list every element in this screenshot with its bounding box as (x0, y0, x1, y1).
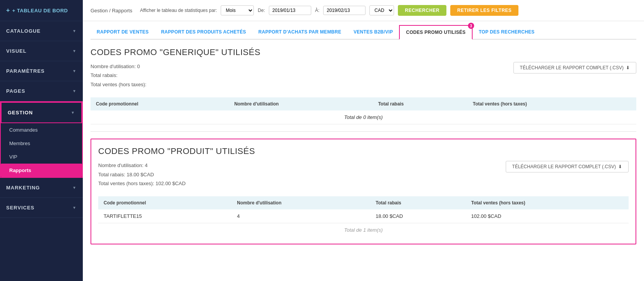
chevron-down-icon: ▼ (71, 110, 75, 115)
table-produit-footer: Total de 1 item(s) (98, 223, 629, 237)
col-header-code: Code promotionnel (91, 97, 229, 110)
date-from-input[interactable] (269, 6, 311, 15)
breadcrumb: Gestion / Rapports (91, 8, 132, 13)
sidebar-section-marketing: MARKETING ▼ (0, 178, 83, 198)
sidebar-item-visuel[interactable]: VISUEL ▼ (0, 41, 83, 61)
sidebar-item-gestion[interactable]: GESTION ▼ (1, 102, 82, 123)
tab-rapport-produits[interactable]: RAPPORT DES PRODUITS ACHETÉS (155, 25, 252, 38)
filter-label: Afficher le tableau de statistiques par: (140, 8, 217, 13)
search-button[interactable]: RECHERCHER (398, 5, 446, 16)
section-produit-actions: TÉLÉCHARGER LE RAPPORT COMPLET (.CSV) ⬇ (506, 161, 629, 172)
col-header-utilisations: Nombre d'utilisation (229, 97, 373, 110)
section-produit-meta: Nombre d'utilisation: 4 Total rabais: 18… (98, 161, 186, 188)
cell-rabais: 18.00 $CAD (370, 209, 466, 223)
content-area: RAPPORT DE VENTES RAPPORT DES PRODUITS A… (83, 21, 644, 281)
table-produit: Code promotionnel Nombre d'utilisation T… (98, 196, 629, 223)
col-header-utilisations-produit: Nombre d'utilisation (231, 196, 370, 209)
download-generique-button[interactable]: TÉLÉCHARGER LE RAPPORT COMPLET (.CSV) ⬇ (513, 62, 636, 74)
tab-ventes-b2b[interactable]: VENTES B2B/VIP (347, 25, 399, 38)
sidebar-item-commandes[interactable]: Commandes (1, 123, 82, 137)
main-content: Gestion / Rapports Afficher le tableau d… (83, 0, 644, 281)
download-produit-button[interactable]: TÉLÉCHARGER LE RAPPORT COMPLET (.CSV) ⬇ (506, 161, 629, 172)
download-icon: ⬇ (618, 164, 622, 169)
currency-select[interactable]: CAD USD (369, 5, 394, 15)
cell-code: TARTIFLETTE15 (98, 209, 231, 223)
table-generique: Code promotionnel Nombre d'utilisation T… (91, 97, 636, 124)
sidebar-item-pages[interactable]: PAGES ▼ (0, 81, 83, 101)
tableau-de-bord-link[interactable]: + + TABLEAU DE BORD (0, 0, 83, 21)
col-header-ventes-produit: Total ventes (hors taxes) (466, 196, 629, 209)
col-header-rabais-produit: Total rabais (370, 196, 466, 209)
chevron-down-icon: ▼ (72, 49, 77, 53)
section-generique-actions: TÉLÉCHARGER LE RAPPORT COMPLET (.CSV) ⬇ (513, 62, 636, 74)
table-empty-message: Total de 0 item(s) (91, 110, 636, 124)
sidebar-section-parametres: PARAMÈTRES ▼ (0, 61, 83, 81)
retirer-filtres-button[interactable]: RETIRER LES FILTRES (450, 5, 518, 16)
chevron-down-icon: ▼ (72, 206, 77, 210)
download-icon: ⬇ (626, 65, 630, 70)
sidebar-item-vip[interactable]: VIP (1, 150, 82, 164)
plus-icon: + (6, 7, 10, 14)
section-generique: CODES PROMO "GENERIQUE" UTILISÉS Nombre … (91, 47, 636, 124)
a-label: À: (315, 8, 319, 13)
divider (91, 131, 636, 132)
table-row: TARTIFLETTE15 4 18.00 $CAD 102.00 $CAD (98, 209, 629, 223)
tab-rapport-ventes[interactable]: RAPPORT DE VENTES (91, 25, 155, 38)
section-generique-title: CODES PROMO "GENERIQUE" UTILISÉS (91, 47, 636, 57)
sidebar-section-services: SERVICES ▼ (0, 198, 83, 218)
date-to-input[interactable] (323, 6, 366, 15)
topbar: Gestion / Rapports Afficher le tableau d… (83, 0, 644, 21)
tab-rapport-achats[interactable]: RAPPORT D'ACHATS PAR MEMBRE (252, 25, 347, 38)
sidebar-section-catalogue: CATALOGUE ▼ (0, 21, 83, 41)
tab-top-recherches[interactable]: TOP DES RECHERCHES (473, 25, 541, 38)
chevron-down-icon: ▼ (72, 69, 77, 73)
sidebar-section-pages: PAGES ▼ (0, 81, 83, 101)
section-produit-title: CODES PROMO "PRODUIT" UTILISÉS (98, 146, 629, 156)
sidebar-item-marketing[interactable]: MARKETING ▼ (0, 178, 83, 197)
filter-by-select[interactable]: Mois Semaine Jour (221, 5, 254, 15)
sidebar-item-parametres[interactable]: PARAMÈTRES ▼ (0, 61, 83, 81)
section-produit: CODES PROMO "PRODUIT" UTILISÉS Nombre d'… (91, 139, 636, 244)
sidebar-item-rapports[interactable]: Rapports (1, 164, 82, 177)
chevron-down-icon: ▼ (72, 89, 77, 93)
sidebar-sub-items-gestion: Commandes Membres VIP Rapports (1, 123, 82, 177)
sidebar-item-services[interactable]: SERVICES ▼ (0, 198, 83, 217)
col-header-rabais: Total rabais (373, 97, 468, 110)
tabs-bar: RAPPORT DE VENTES RAPPORT DES PRODUITS A… (91, 21, 636, 40)
sidebar-item-catalogue[interactable]: CATALOGUE ▼ (0, 21, 83, 41)
section-generique-header: Nombre d'utilisation: 0 Total rabais: To… (91, 62, 636, 94)
col-header-code-produit: Code promotionnel (98, 196, 231, 209)
sidebar: + + TABLEAU DE BORD CATALOGUE ▼ VISUEL ▼… (0, 0, 83, 281)
chevron-down-icon: ▼ (72, 29, 77, 33)
section-generique-meta: Nombre d'utilisation: 0 Total rabais: To… (91, 62, 146, 89)
chevron-down-icon: ▼ (72, 186, 77, 190)
tab-codes-promo[interactable]: CODES PROMO UTILISÉS 3 (399, 25, 473, 40)
sidebar-item-membres[interactable]: Membres (1, 137, 82, 150)
sidebar-section-visuel: VISUEL ▼ (0, 41, 83, 61)
cell-utilisations: 4 (231, 209, 370, 223)
sidebar-section-gestion: GESTION ▼ Commandes Membres VIP Rapports (0, 101, 83, 178)
cell-ventes: 102.00 $CAD (466, 209, 629, 223)
col-header-ventes: Total ventes (hors taxes) (468, 97, 637, 110)
de-label: De: (258, 8, 265, 13)
